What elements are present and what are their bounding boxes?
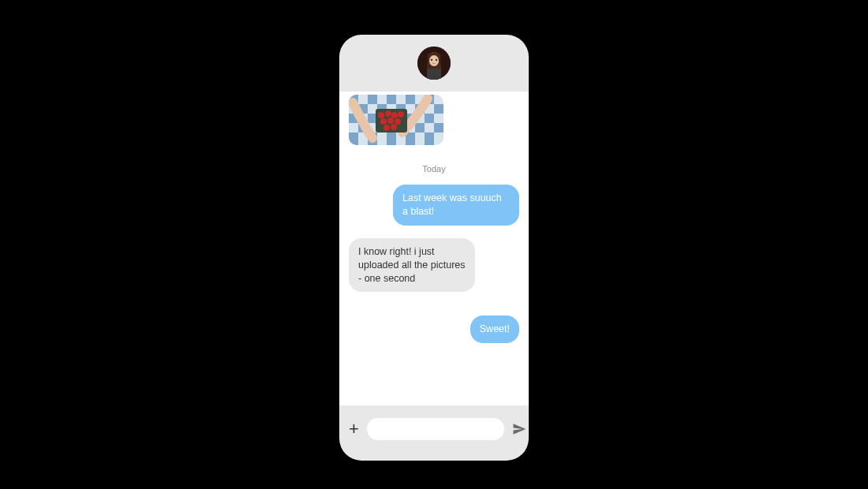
svg-point-2 xyxy=(429,55,439,66)
svg-point-36 xyxy=(398,111,404,118)
message-sent: Last week was suuuch a blast! xyxy=(393,185,519,226)
svg-rect-29 xyxy=(387,133,396,145)
svg-point-39 xyxy=(395,118,401,125)
date-separator: Today xyxy=(349,164,519,174)
message-sent: Sweet! xyxy=(470,315,519,343)
svg-point-37 xyxy=(380,118,387,125)
svg-point-34 xyxy=(385,110,391,117)
svg-point-38 xyxy=(387,118,394,124)
image-attachment-received[interactable] xyxy=(349,95,443,145)
svg-rect-8 xyxy=(368,95,377,104)
chat-scroll[interactable]: Today Last week was suuuch a blast! I kn… xyxy=(339,91,529,405)
chat-header xyxy=(339,35,529,91)
send-button[interactable] xyxy=(512,421,526,437)
message-composer: + xyxy=(339,405,529,461)
svg-rect-27 xyxy=(349,133,358,145)
message-input[interactable] xyxy=(367,418,504,440)
svg-rect-16 xyxy=(434,104,443,114)
contact-avatar[interactable] xyxy=(417,47,451,80)
message-received: I know right! i just uploaded all the pi… xyxy=(349,238,475,293)
svg-rect-21 xyxy=(425,114,434,123)
svg-rect-31 xyxy=(425,133,434,145)
svg-point-3 xyxy=(431,59,432,61)
svg-rect-5 xyxy=(427,69,441,80)
svg-point-35 xyxy=(391,112,398,118)
svg-rect-10 xyxy=(406,95,415,104)
svg-rect-9 xyxy=(387,95,396,104)
svg-point-41 xyxy=(391,124,397,130)
phone-frame: Today Last week was suuuch a blast! I kn… xyxy=(339,35,529,461)
svg-rect-25 xyxy=(415,123,425,133)
svg-point-4 xyxy=(436,59,437,61)
paper-plane-icon xyxy=(512,422,526,436)
svg-rect-26 xyxy=(434,123,443,133)
plus-icon[interactable]: + xyxy=(349,420,359,438)
svg-point-33 xyxy=(378,112,384,118)
svg-point-40 xyxy=(383,125,390,131)
